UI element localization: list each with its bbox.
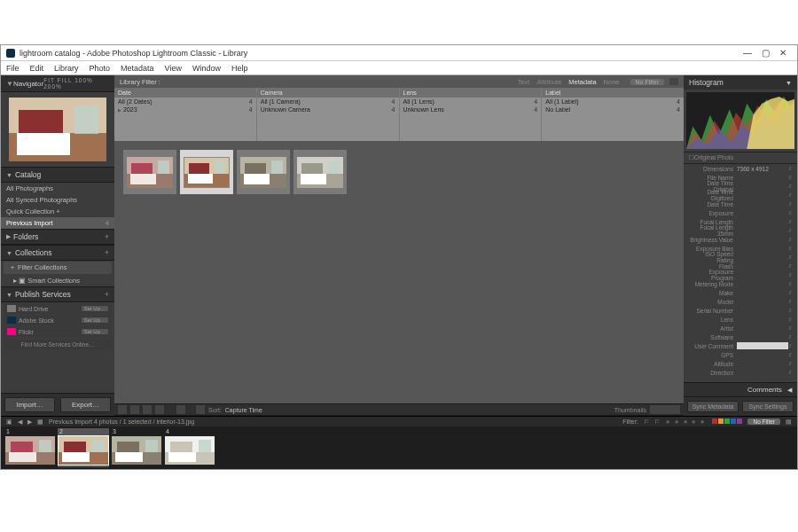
metadata-field-row[interactable]: Metering Mode⇵ xyxy=(684,279,797,288)
painter-icon[interactable] xyxy=(176,405,185,414)
menu-window[interactable]: Window xyxy=(192,64,221,73)
menu-library[interactable]: Library xyxy=(54,64,79,73)
rating-filter[interactable]: ★ ★ ★ ★ ★ xyxy=(665,419,707,426)
filmstrip-cell[interactable]: 4 xyxy=(164,428,215,467)
filmstrip-cell[interactable]: 1 xyxy=(4,428,56,467)
publish-service-item[interactable]: Hard DriveSet Up… xyxy=(4,303,112,314)
color-label-filter[interactable] xyxy=(711,419,742,425)
grid-view-icon[interactable] xyxy=(118,405,127,414)
metadata-filter-row[interactable]: All (2 Dates)4 xyxy=(114,98,256,106)
histogram-header[interactable]: Histogram ▼ xyxy=(684,75,797,90)
sync-metadata-button[interactable]: Sync Metadata xyxy=(687,401,739,412)
metadata-filter-row[interactable]: All (1 Camera)4 xyxy=(257,98,399,106)
metadata-filter-row[interactable]: All (1 Lens)4 xyxy=(400,98,542,106)
color-label-chip[interactable] xyxy=(712,419,717,424)
grid-view[interactable] xyxy=(114,141,684,403)
menu-view[interactable]: View xyxy=(165,64,182,73)
filter-lock-icon[interactable] xyxy=(669,78,678,85)
collection-item[interactable]: ▸ ▣ Smart Collections xyxy=(1,275,114,286)
metadata-field-row[interactable]: ISO Speed Rating⇵ xyxy=(684,253,797,262)
color-label-chip[interactable] xyxy=(724,419,730,424)
metadata-field-row[interactable]: Exposure Program⇵ xyxy=(684,270,797,279)
metadata-field-row[interactable]: Exposure⇵ xyxy=(684,208,797,217)
metadata-filter-row[interactable]: Unknown Camera4 xyxy=(257,106,399,113)
grid-icon[interactable]: ▦ xyxy=(37,419,43,426)
filmstrip-breadcrumb[interactable]: Previous Import 4 photos / 1 selected / … xyxy=(49,419,194,425)
sort-value[interactable]: Capture Time xyxy=(225,407,262,413)
maximize-button[interactable]: ▢ xyxy=(756,48,774,58)
catalog-item[interactable]: Quick Collection + xyxy=(1,206,114,217)
metadata-filter-row[interactable]: Unknown Lens4 xyxy=(400,106,542,113)
filter-tab-metadata[interactable]: Metadata xyxy=(568,78,596,86)
filmstrip-nav-back-icon[interactable]: ◀ xyxy=(18,419,22,426)
filmstrip-filter-preset[interactable]: No Filter xyxy=(747,419,780,425)
second-window-icon[interactable]: ▣ xyxy=(6,419,12,426)
metadata-column-header[interactable]: Label xyxy=(542,88,684,98)
metadata-field-row[interactable]: Focal Length 35mm⇵ xyxy=(684,226,797,235)
grid-cell[interactable] xyxy=(237,150,290,194)
metadata-field-row[interactable]: GPS⇵ xyxy=(684,350,797,359)
stepper-icon[interactable]: ⇵ xyxy=(788,166,794,171)
metadata-field-row[interactable]: Date Time⇵ xyxy=(684,200,797,208)
metadata-filter-row[interactable]: No Label4 xyxy=(542,106,684,113)
publish-header[interactable]: ▼ Publish Services + xyxy=(1,286,114,302)
catalog-item[interactable]: Previous Import4 xyxy=(1,217,114,229)
metadata-column-header[interactable]: Date xyxy=(114,88,256,98)
metadata-field-row[interactable]: User Comment⇵ xyxy=(684,341,797,350)
filter-tab-none[interactable]: None xyxy=(604,78,620,86)
sort-direction-icon[interactable] xyxy=(196,405,205,414)
metadata-field-row[interactable]: Direction⇵ xyxy=(684,368,797,377)
filmstrip-cell[interactable]: 3 xyxy=(111,428,162,467)
collections-filter-input[interactable]: ＋ Filter Collections xyxy=(4,262,112,274)
loupe-view-icon[interactable] xyxy=(130,405,139,414)
color-label-chip[interactable] xyxy=(718,419,724,424)
metadata-column-header[interactable]: Camera xyxy=(257,88,399,98)
navigator-header[interactable]: ▼ Navigator FIT FILL 100% 200% xyxy=(1,75,114,92)
navigator-preview[interactable] xyxy=(9,98,106,161)
metadata-field-row[interactable]: Software⇵ xyxy=(684,332,797,341)
collections-header[interactable]: ▼ Collections + xyxy=(1,245,114,261)
menu-file[interactable]: File xyxy=(6,64,20,73)
close-button[interactable]: ✕ xyxy=(774,48,792,58)
add-folder-icon[interactable]: + xyxy=(105,232,109,241)
color-label-chip[interactable] xyxy=(737,419,742,424)
find-more-services[interactable]: Find More Services Online… xyxy=(4,340,112,349)
metadata-field-row[interactable]: Brightness Value⇵ xyxy=(684,235,797,244)
metadata-filter-row[interactable]: All (1 Label)4 xyxy=(542,98,684,106)
metadata-field-row[interactable]: Artist⇵ xyxy=(684,324,797,332)
survey-view-icon[interactable] xyxy=(155,405,164,414)
sync-settings-button[interactable]: Sync Settings xyxy=(742,401,794,412)
import-button[interactable]: Import… xyxy=(4,397,55,412)
metadata-column-header[interactable]: Lens xyxy=(400,88,542,98)
metadata-field-row[interactable]: Lens⇵ xyxy=(684,315,797,324)
publish-service-item[interactable]: Adobe StockSet Up… xyxy=(4,315,112,325)
catalog-header[interactable]: ▼ Catalog xyxy=(1,167,114,183)
add-collection-icon[interactable]: + xyxy=(105,248,109,257)
compare-view-icon[interactable] xyxy=(143,405,152,414)
metadata-field-row[interactable]: Make⇵ xyxy=(684,288,797,297)
folders-header[interactable]: ▶ Folders + xyxy=(1,229,114,245)
grid-cell[interactable] xyxy=(123,150,176,194)
menu-help[interactable]: Help xyxy=(231,64,248,73)
comments-header[interactable]: Comments ◀ xyxy=(684,382,797,396)
filmstrip-nav-fwd-icon[interactable]: ▶ xyxy=(27,419,32,426)
add-publish-icon[interactable]: + xyxy=(105,290,109,299)
menu-metadata[interactable]: Metadata xyxy=(121,64,154,73)
catalog-item[interactable]: All Synced Photographs xyxy=(1,194,114,206)
metadata-field-row[interactable]: Model⇵ xyxy=(684,297,797,306)
menu-photo[interactable]: Photo xyxy=(90,64,111,73)
grid-cell[interactable] xyxy=(293,150,347,194)
filter-tab-text[interactable]: Text xyxy=(518,78,530,86)
thumbnail-size-slider[interactable] xyxy=(650,405,680,414)
catalog-item[interactable]: All Photographs xyxy=(1,183,114,194)
metadata-field-row[interactable]: Altitude⇵ xyxy=(684,359,797,368)
navigator-zoom[interactable]: FIT FILL 100% 200% xyxy=(43,77,109,90)
grid-cell[interactable] xyxy=(180,150,233,194)
publish-service-item[interactable]: FlickrSet Up… xyxy=(4,326,112,337)
export-button[interactable]: Export… xyxy=(60,397,111,412)
menu-edit[interactable]: Edit xyxy=(30,64,44,73)
reject-icon[interactable]: ⚐ xyxy=(654,419,660,426)
filmstrip-cell[interactable]: 2 xyxy=(58,428,109,467)
filter-preset[interactable]: No Filter xyxy=(630,79,664,85)
minimize-button[interactable]: — xyxy=(739,48,756,58)
